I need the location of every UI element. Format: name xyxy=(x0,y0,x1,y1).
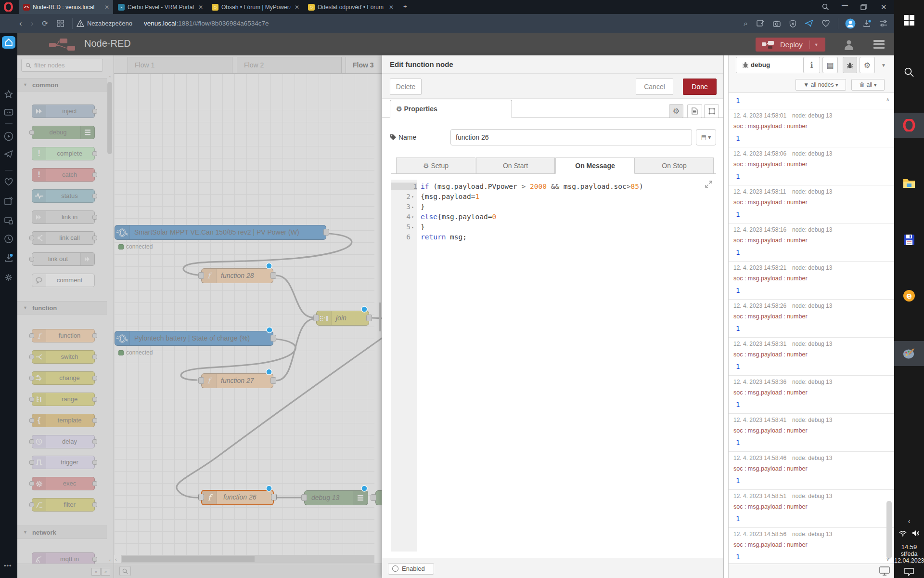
file-explorer-icon[interactable] xyxy=(894,171,924,196)
new-tab-button[interactable]: + xyxy=(403,3,407,10)
delete-button[interactable]: Delete xyxy=(390,79,422,95)
open-debug-window-icon[interactable] xyxy=(879,566,890,576)
url-text[interactable]: venus.local:1881/#flow/8b036984a6534c7e xyxy=(144,20,269,27)
devices-icon[interactable] xyxy=(4,216,13,225)
enabled-toggle[interactable]: Enabled xyxy=(388,563,434,575)
output-port[interactable] xyxy=(271,494,277,500)
minimize-button[interactable]: — xyxy=(842,1,848,9)
editor-tab-setup[interactable]: ⚙ Setup xyxy=(396,158,475,174)
tab-debug[interactable]: debug xyxy=(736,57,807,73)
forward-icon[interactable]: › xyxy=(31,19,34,28)
search-icon[interactable] xyxy=(822,3,829,11)
debug-message[interactable]: 12. 4. 2023 14:58:21 node: debug 13 soc … xyxy=(729,261,895,299)
paint-app-icon[interactable] xyxy=(894,341,924,366)
shield-x-icon[interactable] xyxy=(789,20,796,27)
help-tab-icon[interactable]: ▤ xyxy=(822,57,838,73)
opera-logo-icon xyxy=(4,2,13,12)
close-tab-icon[interactable]: ✕ xyxy=(295,4,299,11)
debug-message[interactable]: 12. 4. 2023 14:58:46 node: debug 13 soc … xyxy=(729,451,895,489)
taskbar-search-icon[interactable] xyxy=(894,60,924,85)
save-app-icon[interactable] xyxy=(894,227,924,252)
history-icon[interactable] xyxy=(4,234,13,244)
menu-icon[interactable] xyxy=(873,40,885,50)
editor-expand-icon[interactable] xyxy=(705,181,712,188)
snapshot-icon[interactable] xyxy=(757,20,764,27)
pinboard-icon[interactable] xyxy=(4,197,13,206)
tray-chevron-icon[interactable]: ‹ xyxy=(894,517,924,525)
close-tab-icon[interactable]: ✕ xyxy=(198,4,203,11)
camera-icon[interactable] xyxy=(773,20,781,27)
done-button[interactable]: Done xyxy=(683,79,717,95)
send-icon[interactable] xyxy=(805,20,813,27)
player-icon[interactable] xyxy=(4,131,13,141)
debug-message[interactable]: 12. 4. 2023 14:58:11 node: debug 13 soc … xyxy=(729,185,895,223)
messenger-icon[interactable] xyxy=(4,107,13,117)
deploy-button[interactable]: Deploy ▼ xyxy=(756,38,825,52)
debug-scrollbar[interactable] xyxy=(886,501,892,559)
browser-tab[interactable]: ☺ Odeslat odpověď • Fórum |✕ xyxy=(304,0,398,14)
avatar[interactable] xyxy=(845,18,856,29)
name-input[interactable]: function 26 xyxy=(450,129,692,145)
download-icon[interactable] xyxy=(4,253,13,263)
sidebar-separator[interactable] xyxy=(723,55,728,578)
browser-tab[interactable]: ☺ Obsah • Fórum | MyPower.C✕ xyxy=(208,0,303,14)
settings-gear-icon[interactable] xyxy=(4,273,13,282)
speed-dial-button[interactable] xyxy=(2,36,15,49)
back-icon[interactable]: ‹ xyxy=(19,19,22,28)
config-tab-icon[interactable]: ⚙ xyxy=(860,57,875,73)
debug-scroll-down-icon[interactable]: ∨ xyxy=(886,556,889,562)
close-tab-icon[interactable]: ✕ xyxy=(389,4,394,11)
star-icon[interactable] xyxy=(4,90,13,99)
node-function-26[interactable]: f function 26 xyxy=(201,490,274,505)
close-tab-icon[interactable]: ✕ xyxy=(104,4,109,11)
maximize-button[interactable] xyxy=(860,4,867,10)
filter-nodes-button[interactable]: ▼ all nodes ▾ xyxy=(796,79,846,91)
debug-message[interactable]: 12. 4. 2023 14:58:36 node: debug 13 soc … xyxy=(729,375,895,413)
heart-icon[interactable] xyxy=(4,177,13,187)
debug-message[interactable]: 12. 4. 2023 14:58:26 node: debug 13 soc … xyxy=(729,299,895,337)
browser-tab[interactable]: ~ Cerbo Pavel - VRM Portal✕ xyxy=(114,0,207,14)
debug-value: 1 xyxy=(736,401,740,408)
sidebar-caret-icon[interactable]: ▼ xyxy=(881,63,886,68)
user-icon[interactable] xyxy=(843,39,855,50)
clear-messages-button[interactable]: 🗑 all ▾ xyxy=(851,79,885,91)
reload-icon[interactable]: ⟳ xyxy=(42,19,48,28)
editor-tab-on-stop[interactable]: On Stop xyxy=(635,158,714,174)
security-label[interactable]: Nezabezpečeno xyxy=(87,20,132,27)
notifications-icon[interactable] xyxy=(904,568,914,576)
debug-message[interactable]: 12. 4. 2023 14:58:31 node: debug 13 soc … xyxy=(729,337,895,375)
node-settings-button[interactable]: ⚙ xyxy=(669,104,683,118)
debug-message[interactable]: 12. 4. 2023 14:58:51 node: debug 13 soc … xyxy=(729,489,895,527)
name-book-button[interactable]: ▤ ▾ xyxy=(696,129,716,145)
debug-scroll-up-icon[interactable]: ∧ xyxy=(886,97,889,102)
taskbar-opera-icon[interactable] xyxy=(894,113,924,138)
editor-tab-on-message[interactable]: On Message xyxy=(555,158,635,174)
expand-dialog-button[interactable] xyxy=(704,104,719,118)
download-icon[interactable] xyxy=(863,20,871,27)
debug-message[interactable]: 12. 4. 2023 14:58:01 node: debug 13 soc … xyxy=(729,109,895,147)
debug-message[interactable]: 12. 4. 2023 14:58:16 node: debug 13 soc … xyxy=(729,223,895,261)
debug-message[interactable]: 12. 4. 2023 14:58:06 node: debug 13 soc … xyxy=(729,147,895,185)
docs-button[interactable] xyxy=(687,104,702,118)
debug-message[interactable]: 12. 4. 2023 14:58:41 node: debug 13 soc … xyxy=(729,413,895,451)
debug-message[interactable]: 12. 4. 2023 14:58:56 node: debug 13 soc … xyxy=(729,527,895,564)
debug-tab-icon[interactable] xyxy=(843,57,857,73)
sidebar-more-icon[interactable]: ••• xyxy=(4,562,12,569)
deploy-caret-icon[interactable]: ▼ xyxy=(809,40,819,49)
close-button[interactable]: ✕ xyxy=(881,3,887,12)
browser-tab[interactable]: <> Node-RED : venus.local✕ xyxy=(19,0,113,14)
cancel-button[interactable]: Cancel xyxy=(636,79,673,95)
editor-tab-on-start[interactable]: On Start xyxy=(476,158,555,174)
info-tab-icon[interactable]: i xyxy=(803,57,820,73)
heart-icon[interactable] xyxy=(822,20,830,27)
telegram-icon[interactable] xyxy=(4,149,13,159)
settings-sliders-icon[interactable] xyxy=(880,20,887,27)
code-editor[interactable]: 1if (msg.payload.PVpower > 2000 && msg.p… xyxy=(391,174,716,552)
e-app-icon[interactable]: e xyxy=(894,283,924,308)
tab-tiles-icon[interactable] xyxy=(57,20,64,27)
tray-status-icons[interactable] xyxy=(894,530,924,539)
start-button[interactable] xyxy=(894,8,924,33)
tab-properties[interactable]: ⚙ Properties xyxy=(390,100,512,118)
zoom-page-icon[interactable]: ⌕ xyxy=(744,19,748,28)
input-port[interactable] xyxy=(198,494,204,500)
